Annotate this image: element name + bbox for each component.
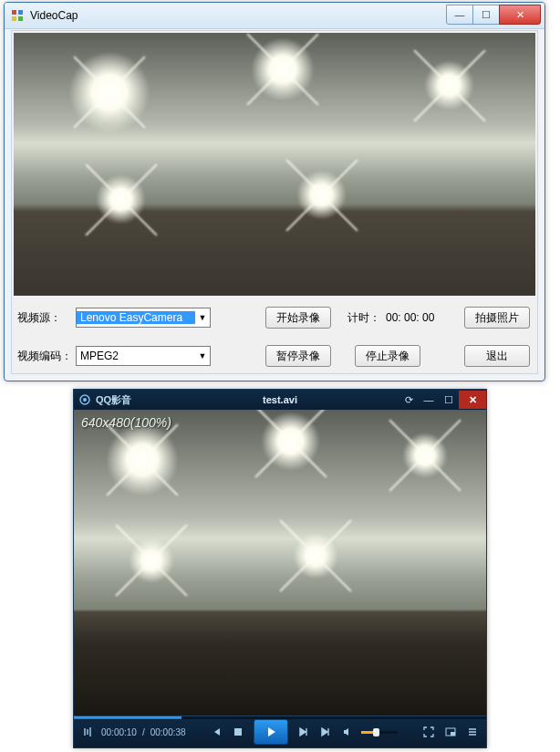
exit-button[interactable]: 退出 bbox=[464, 345, 530, 367]
chevron-down-icon: ▼ bbox=[195, 351, 210, 360]
window-title: VideoCap bbox=[30, 9, 446, 22]
square-icon: ☐ bbox=[444, 394, 453, 406]
timer-label: 计时： bbox=[347, 310, 380, 326]
stop-button[interactable] bbox=[230, 724, 246, 740]
chevron-down-icon: ▼ bbox=[195, 313, 210, 322]
svg-rect-6 bbox=[234, 728, 242, 736]
videocap-window: VideoCap — ☐ ✕ 视频源： Lenovo EasyCamera ▼ … bbox=[4, 2, 545, 381]
x-icon: ✕ bbox=[516, 9, 524, 21]
video-preview bbox=[14, 33, 535, 296]
time-current: 00:00:10 bbox=[101, 727, 137, 737]
time-total: 00:00:38 bbox=[150, 727, 186, 737]
rotate-icon: ⟳ bbox=[405, 394, 413, 406]
capture-photo-button[interactable]: 拍摄照片 bbox=[464, 307, 530, 329]
qqplayer-app-name: QQ影音 bbox=[96, 393, 131, 407]
effects-button[interactable] bbox=[79, 724, 96, 740]
svg-rect-0 bbox=[12, 10, 16, 15]
x-icon: ✕ bbox=[469, 394, 477, 406]
svg-rect-1 bbox=[18, 10, 23, 15]
svg-rect-8 bbox=[451, 732, 455, 736]
window-body: 视频源： Lenovo EasyCamera ▼ 开始录像 计时： 00: 00… bbox=[11, 30, 538, 374]
volume-fill bbox=[361, 731, 374, 734]
videocap-titlebar[interactable]: VideoCap — ☐ ✕ bbox=[5, 3, 544, 29]
video-playback[interactable]: 640x480(100%) bbox=[74, 410, 486, 716]
step-button[interactable] bbox=[296, 724, 312, 740]
minus-icon: — bbox=[424, 394, 434, 405]
stop-record-button[interactable]: 停止录像 bbox=[355, 345, 420, 367]
start-record-button[interactable]: 开始录像 bbox=[265, 307, 331, 329]
controls-panel: 视频源： Lenovo EasyCamera ▼ 开始录像 计时： 00: 00… bbox=[17, 305, 532, 370]
svg-point-5 bbox=[83, 398, 87, 402]
qqplayer-titlebar[interactable]: QQ影音 test.avi ⟳ — ☐ ✕ bbox=[74, 390, 486, 410]
encoder-label: 视频编码： bbox=[17, 349, 76, 364]
svg-rect-3 bbox=[18, 16, 23, 21]
timer-value: 00: 00: 00 bbox=[386, 311, 434, 324]
minimize-button[interactable]: — bbox=[446, 5, 473, 25]
prev-button[interactable] bbox=[208, 724, 224, 740]
next-button[interactable] bbox=[317, 724, 334, 740]
maximize-button[interactable]: ☐ bbox=[439, 391, 459, 409]
source-combo[interactable]: Lenovo EasyCamera ▼ bbox=[76, 308, 211, 328]
qqplayer-window: QQ影音 test.avi ⟳ — ☐ ✕ 640x480(100%) 00:0… bbox=[73, 389, 487, 748]
close-button[interactable]: ✕ bbox=[499, 5, 541, 25]
seek-bar[interactable] bbox=[74, 716, 486, 719]
fullscreen-button[interactable] bbox=[420, 724, 437, 740]
rotate-button[interactable]: ⟳ bbox=[399, 391, 419, 409]
encoder-combo[interactable]: MPEG2 ▼ bbox=[76, 346, 211, 366]
playlist-button[interactable] bbox=[464, 724, 481, 740]
square-icon: ☐ bbox=[482, 9, 491, 21]
playback-bar: 00:00:10 / 00:00:38 bbox=[74, 715, 486, 747]
source-label: 视频源： bbox=[17, 310, 76, 326]
mute-button[interactable] bbox=[339, 724, 356, 740]
maximize-button[interactable]: ☐ bbox=[472, 5, 500, 25]
qq-logo-icon bbox=[78, 392, 92, 407]
svg-rect-2 bbox=[12, 16, 16, 21]
time-sep: / bbox=[142, 727, 145, 737]
encoder-value: MPEG2 bbox=[77, 350, 195, 362]
view-mode-button[interactable] bbox=[442, 724, 459, 740]
seek-progress bbox=[74, 716, 181, 719]
volume-thumb[interactable] bbox=[373, 728, 379, 736]
close-button[interactable]: ✕ bbox=[459, 391, 486, 409]
minus-icon: — bbox=[455, 9, 465, 20]
source-value: Lenovo EasyCamera bbox=[77, 311, 195, 324]
play-button[interactable] bbox=[254, 719, 288, 745]
volume-slider[interactable] bbox=[361, 731, 398, 734]
pause-record-button[interactable]: 暂停录像 bbox=[265, 345, 331, 367]
app-icon bbox=[10, 8, 25, 23]
minimize-button[interactable]: — bbox=[419, 391, 439, 409]
